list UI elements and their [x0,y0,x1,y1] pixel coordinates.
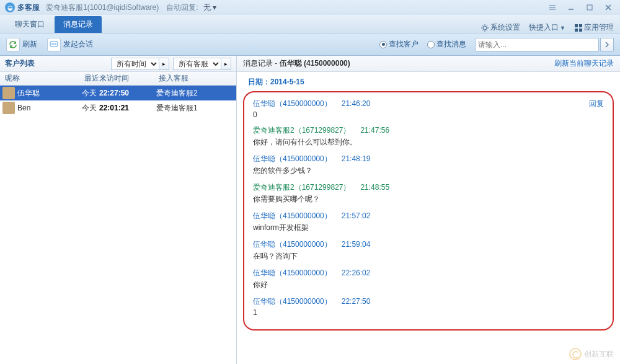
button-label: 刷新 [22,39,37,50]
arrow-right-icon [604,42,610,48]
message-body: 0 [253,110,604,119]
message-header: 爱奇迪客服2（1671299827）21:47:56 [253,125,604,136]
filter-cs-go[interactable]: ▸ [221,58,231,70]
svg-point-9 [55,43,56,45]
column-nick[interactable]: 昵称 [0,72,79,85]
message-body: winform开发框架 [253,223,604,233]
filter-time-go[interactable]: ▸ [159,58,169,70]
svg-rect-0 [587,5,592,10]
message-item: 伍华聪（4150000000）21:59:04在吗？咨询下 [253,239,604,262]
app-icon [574,24,583,32]
message-header: 伍华聪（4150000000）21:59:04 [253,239,604,250]
tab-message-log[interactable]: 消息记录 [55,16,102,33]
svg-rect-2 [575,24,578,27]
customer-list-panel: 客户列表 所有时间 ▸ 所有客服 ▸ 昵称 最近来访时间 接入客服 伍华聪今天2… [0,56,237,364]
title-prefix: 消息记录 - [243,59,280,68]
message-header: 爱奇迪客服2（1671299827）21:48:55 [253,182,604,193]
message-body: 你好，请问有什么可以帮到你。 [253,137,604,148]
app-name: 多客服 [17,2,40,13]
toolbar: 刷新 发起会话 查找客户 查找消息 [0,33,620,56]
filter-time-dropdown[interactable]: 所有时间 ▸ [111,58,169,70]
chevron-down-icon: ▾ [213,3,216,12]
quick-entry-button[interactable]: 快捷入口 ▼ [529,22,565,33]
chevron-down-icon: ▼ [560,25,565,31]
date-prefix: 日期： [248,78,270,86]
refresh-button[interactable]: 刷新 [6,38,37,51]
visit-time: 今天22:27:50 [79,88,154,99]
message-sender: 伍华聪（4150000000） [253,297,332,306]
assigned-cs: 爱奇迪客服1 [154,103,222,113]
message-sender: 伍华聪（4150000000） [253,269,332,277]
radio-dot-icon [427,41,435,48]
menu-label: 快捷入口 [529,22,559,33]
customer-list: 伍华聪今天22:27:50爱奇迪客服2Ben今天22:01:21爱奇迪客服1 [0,86,236,364]
svg-rect-3 [579,24,582,27]
reply-link[interactable]: 回复 [589,99,604,109]
search-go-button[interactable] [600,38,614,51]
chat-icon [47,38,61,51]
account-label: 爱奇迪客服1(1001@iqidiSoftware) [46,2,159,13]
svg-point-8 [53,43,55,45]
search-message-radio[interactable]: 查找消息 [427,39,466,50]
watermark: 创新互联 [569,348,614,360]
visit-time: 今天22:01:21 [79,103,154,113]
menu-label: 应用管理 [584,22,614,33]
customer-nick: 伍华聪 [17,88,79,99]
column-time[interactable]: 最近来访时间 [79,72,154,85]
gear-icon [480,24,489,32]
message-item: 伍华聪（4150000000）22:26:02你好 [253,268,604,290]
system-settings-button[interactable]: 系统设置 [480,22,520,33]
message-list: 伍华聪（4150000000）21:46:200爱奇迪客服2（167129982… [253,99,604,317]
message-header: 伍华聪（4150000000）21:46:20 [253,99,604,109]
message-sender: 爱奇迪客服2（1671299827） [253,183,350,192]
close-button[interactable] [601,2,615,13]
radio-label: 查找消息 [436,39,466,50]
customer-row[interactable]: Ben今天22:01:21爱奇迪客服1 [0,100,236,115]
title-name: 伍华聪 (4150000000) [280,59,350,68]
customer-row[interactable]: 伍华聪今天22:27:50爱奇迪客服2 [0,86,236,100]
message-log-header: 消息记录 - 伍华聪 (4150000000) 刷新当前聊天记录 [237,56,620,72]
message-body: 在吗？咨询下 [253,251,604,262]
column-cs[interactable]: 接入客服 [154,72,222,85]
message-header: 伍华聪（4150000000）22:26:02 [253,268,604,278]
avatar [2,102,15,114]
message-body: 你需要购买哪个呢？ [253,194,604,205]
filter-cs-dropdown[interactable]: 所有客服 ▸ [173,58,231,70]
svg-rect-4 [575,29,578,32]
radio-dot-icon [379,41,387,48]
minimize-button[interactable] [564,2,578,13]
message-item: 伍华聪（4150000000）21:57:02winform开发框架 [253,211,604,233]
chat-highlight-box: 回复 伍华聪（4150000000）21:46:200爱奇迪客服2（167129… [243,91,614,331]
window-controls [546,2,615,13]
app-management-button[interactable]: 应用管理 [574,22,614,33]
panel-title: 客户列表 [5,58,35,69]
message-body: 您的软件多少钱？ [253,166,604,176]
tab-chat-window[interactable]: 聊天窗口 [6,16,53,33]
filter-cs-select[interactable]: 所有客服 [173,58,221,70]
message-time: 21:57:02 [342,211,371,220]
message-log-body: 日期：2014-5-15 回复 伍华聪（4150000000）21:46:200… [237,72,620,364]
svg-rect-5 [579,29,582,32]
search-input[interactable] [475,38,599,51]
menu-label: 系统设置 [490,22,520,33]
message-header: 伍华聪（4150000000）21:57:02 [253,211,604,221]
message-time: 22:26:02 [342,269,371,277]
message-time: 21:47:56 [360,126,389,135]
list-column-headers: 昵称 最近来访时间 接入客服 [0,72,236,86]
auto-reply-value: 无 [203,3,213,12]
filter-time-select[interactable]: 所有时间 [111,58,159,70]
message-header: 伍华聪（4150000000）21:48:19 [253,154,604,164]
auto-reply-dropdown[interactable]: 无 ▾ [203,2,216,13]
assigned-cs: 爱奇迪客服2 [154,88,222,99]
button-label: 发起会话 [63,39,93,50]
customer-list-header: 客户列表 所有时间 ▸ 所有客服 ▸ [0,56,236,72]
auto-reply-label: 自动回复: [166,2,198,13]
refresh-chat-link[interactable]: 刷新当前聊天记录 [554,58,614,69]
start-chat-button[interactable]: 发起会话 [47,38,93,51]
menu-button[interactable] [546,2,559,13]
maximize-button[interactable] [583,2,596,13]
main-content: 客户列表 所有时间 ▸ 所有客服 ▸ 昵称 最近来访时间 接入客服 伍华聪今天2… [0,56,620,364]
search-customer-radio[interactable]: 查找客户 [379,39,418,50]
avatar [2,87,15,99]
message-item: 爱奇迪客服2（1671299827）21:47:56你好，请问有什么可以帮到你。 [253,125,604,148]
